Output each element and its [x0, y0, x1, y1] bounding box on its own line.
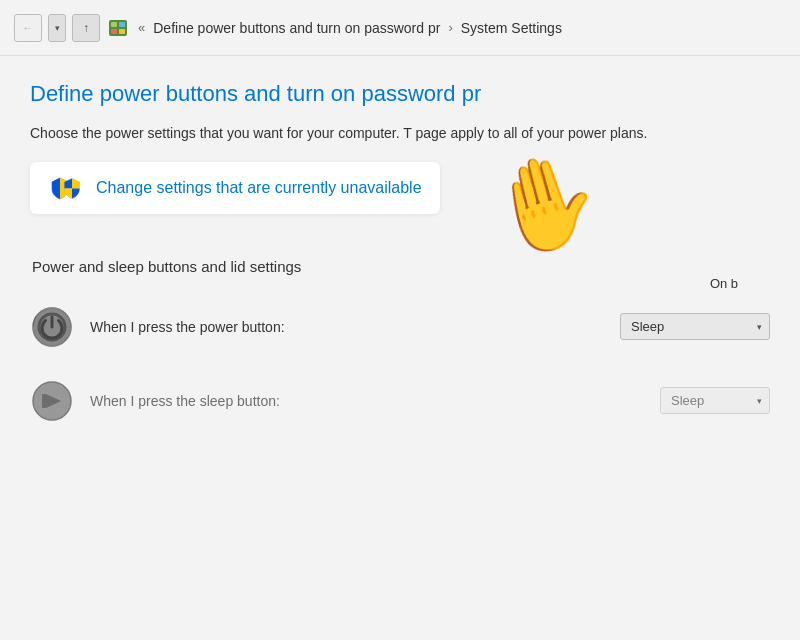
section-header: Power and sleep buttons and lid settings — [30, 258, 301, 275]
power-button-dropdown[interactable]: Sleep Do nothing Hibernate Shut down Tur… — [620, 313, 770, 340]
page-title: Define power buttons and turn on passwor… — [30, 80, 770, 109]
control-panel-icon — [106, 16, 130, 40]
up-button[interactable]: ↑ — [72, 14, 100, 42]
back-button[interactable]: ← — [14, 14, 42, 42]
sleep-button-dropdown[interactable]: Sleep Do nothing Hibernate — [660, 387, 770, 414]
sleep-button-label: When I press the sleep button: — [90, 393, 644, 409]
svg-rect-1 — [111, 22, 117, 27]
dropdown-icon: ▾ — [55, 23, 60, 33]
up-icon: ↑ — [83, 21, 89, 35]
power-settings-section: Power and sleep buttons and lid settings… — [30, 258, 770, 431]
sleep-button-dropdown-wrapper: Sleep Do nothing Hibernate ▾ — [660, 387, 770, 414]
svg-rect-3 — [111, 29, 117, 34]
hand-cursor-indicator: 🤚 — [476, 139, 611, 269]
history-dropdown-button[interactable]: ▾ — [48, 14, 66, 42]
titlebar: ← ▾ ↑ « Define power buttons and turn on… — [0, 0, 800, 56]
breadcrumb-system-settings: System Settings — [461, 20, 562, 36]
breadcrumb-sep-1: « — [136, 20, 147, 35]
sleep-button-row: When I press the sleep button: Sleep Do … — [30, 371, 770, 431]
sleep-button-icon — [30, 379, 74, 423]
uac-shield-icon — [60, 176, 84, 200]
page-description: Choose the power settings that you want … — [30, 123, 710, 144]
power-button-icon — [30, 305, 74, 349]
main-content: Define power buttons and turn on passwor… — [0, 56, 800, 465]
change-settings-button[interactable]: Change settings that are currently unava… — [30, 162, 440, 214]
svg-rect-6 — [72, 176, 84, 189]
power-button-label: When I press the power button: — [90, 319, 604, 335]
change-settings-label: Change settings that are currently unava… — [96, 179, 422, 197]
svg-rect-4 — [119, 29, 125, 34]
svg-rect-5 — [60, 176, 72, 189]
back-icon: ← — [22, 21, 34, 35]
svg-rect-15 — [42, 394, 46, 408]
svg-rect-2 — [119, 22, 125, 27]
power-button-dropdown-wrapper: Sleep Do nothing Hibernate Shut down Tur… — [620, 313, 770, 340]
power-button-row: When I press the power button: Sleep Do … — [30, 297, 770, 357]
breadcrumb-power-options[interactable]: Define power buttons and turn on passwor… — [153, 20, 440, 36]
breadcrumb-arrow: › — [446, 20, 454, 35]
on-battery-column-label: On b — [684, 276, 764, 291]
